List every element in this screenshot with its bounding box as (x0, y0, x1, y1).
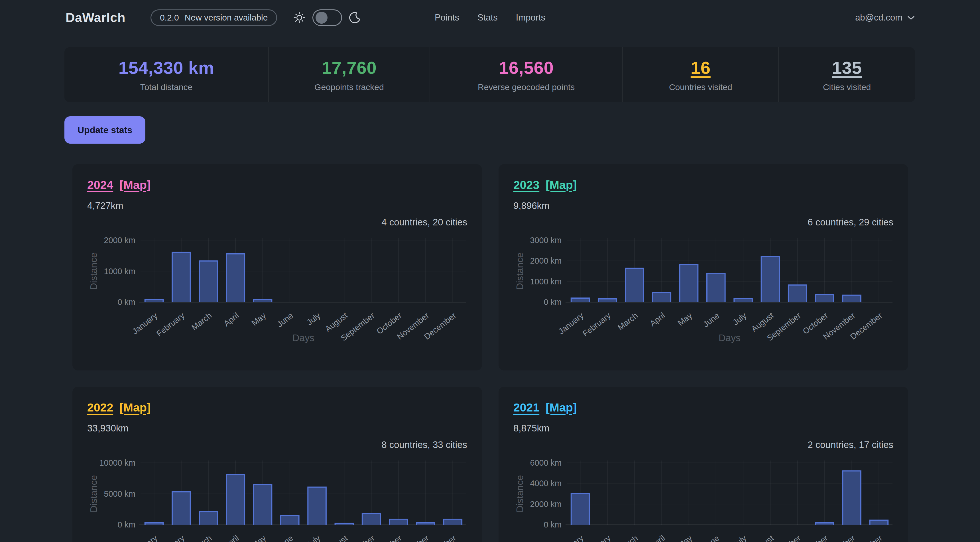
year-distance: 8,875km (513, 423, 893, 434)
svg-text:March: March (190, 311, 213, 332)
svg-text:June: June (275, 534, 295, 542)
year-distance: 9,896km (513, 200, 893, 211)
svg-text:Distance: Distance (88, 253, 99, 290)
svg-text:Distance: Distance (514, 253, 525, 290)
svg-text:March: March (616, 311, 640, 332)
svg-text:0 km: 0 km (544, 297, 562, 307)
chevron-down-icon (907, 15, 915, 20)
toggle-knob (315, 12, 328, 24)
year-link[interactable]: 2023 (513, 178, 539, 192)
moon-icon (349, 12, 361, 24)
year-link[interactable]: 2022 (87, 401, 113, 414)
year-card: 2022 [Map] 33,930km 8 countries, 33 citi… (72, 387, 482, 542)
year-summary: 8 countries, 33 cities (87, 439, 467, 450)
svg-text:January: January (130, 311, 159, 336)
svg-text:1000 km: 1000 km (530, 277, 562, 286)
svg-text:May: May (676, 533, 694, 542)
year-summary: 6 countries, 29 cities (513, 217, 893, 228)
year-card-title: 2024 [Map] (87, 178, 467, 192)
svg-text:10000 km: 10000 km (99, 458, 135, 467)
theme-switcher (293, 10, 361, 26)
svg-text:July: July (731, 311, 749, 327)
year-card-title: 2022 [Map] (87, 401, 467, 414)
year-card: 2023 [Map] 9,896km 6 countries, 29 citie… (498, 164, 908, 370)
map-link[interactable]: [Map] (546, 401, 577, 414)
svg-text:March: March (616, 534, 640, 542)
update-stats-button[interactable]: Update stats (64, 116, 145, 144)
svg-text:February: February (155, 311, 186, 338)
monthly-distance-chart: 0 km2000 km4000 km6000 kmJanuaryFebruary… (513, 453, 893, 542)
year-card: 2021 [Map] 8,875km 2 countries, 17 citie… (498, 387, 908, 542)
year-cards-grid: 2024 [Map] 4,727km 4 countries, 20 citie… (72, 164, 908, 542)
version-message: New version available (185, 13, 268, 22)
svg-text:July: July (731, 533, 749, 542)
stat-label: Geopoints tracked (314, 83, 384, 92)
nav-item-imports[interactable]: Imports (516, 13, 545, 23)
stat-geopoints-tracked: 17,760Geopoints tracked (268, 47, 430, 102)
theme-toggle[interactable] (312, 10, 342, 26)
sun-icon (293, 11, 305, 24)
map-link[interactable]: [Map] (546, 178, 577, 192)
svg-text:August: August (750, 534, 775, 542)
svg-text:June: June (275, 311, 295, 329)
svg-text:February: February (581, 533, 612, 542)
svg-text:May: May (250, 533, 268, 542)
nav-item-stats[interactable]: Stats (477, 13, 498, 23)
svg-text:October: October (375, 533, 404, 542)
svg-text:February: February (581, 311, 612, 338)
svg-text:Days: Days (719, 332, 741, 343)
stat-value: 17,760 (322, 57, 377, 78)
svg-text:March: March (190, 534, 213, 542)
stat-label: Total distance (140, 83, 192, 92)
stat-label: Reverse geocoded points (478, 83, 575, 92)
stat-reverse-geocoded-points: 16,560Reverse geocoded points (430, 47, 622, 102)
svg-text:July: July (305, 311, 322, 327)
nav-item-points[interactable]: Points (435, 13, 459, 23)
stat-value[interactable]: 135 (832, 57, 862, 78)
year-card-title: 2023 [Map] (513, 178, 893, 192)
svg-text:August: August (323, 534, 349, 542)
year-card-title: 2021 [Map] (513, 401, 893, 414)
svg-text:January: January (130, 533, 159, 542)
stat-value[interactable]: 16 (690, 57, 711, 78)
svg-text:2000 km: 2000 km (530, 499, 562, 509)
map-link[interactable]: [Map] (119, 178, 151, 192)
map-link[interactable]: [Map] (119, 401, 151, 414)
svg-text:5000 km: 5000 km (104, 489, 135, 498)
version-badge[interactable]: 0.2.0 New version available (151, 10, 277, 26)
svg-text:July: July (305, 533, 322, 542)
year-distance: 33,930km (87, 423, 467, 434)
year-link[interactable]: 2021 (513, 401, 539, 414)
year-card: 2024 [Map] 4,727km 4 countries, 20 citie… (72, 164, 482, 370)
app-logo: DaWarIch (65, 10, 126, 25)
monthly-distance-chart: 0 km1000 km2000 kmJanuaryFebruaryMarchAp… (87, 230, 467, 346)
svg-text:0 km: 0 km (118, 297, 135, 307)
svg-text:April: April (648, 311, 667, 328)
year-link[interactable]: 2024 (87, 178, 113, 192)
stat-value: 154,330 km (118, 57, 214, 78)
svg-text:Days: Days (293, 332, 314, 343)
svg-text:May: May (676, 311, 694, 327)
svg-text:Distance: Distance (88, 475, 99, 512)
svg-text:3000 km: 3000 km (530, 236, 562, 245)
svg-text:2000 km: 2000 km (104, 236, 135, 245)
svg-text:May: May (250, 311, 268, 327)
svg-text:April: April (222, 534, 240, 542)
year-distance: 4,727km (87, 200, 467, 211)
stat-countries-visited: 16Countries visited (622, 47, 778, 102)
stat-label: Cities visited (823, 83, 871, 92)
svg-text:0 km: 0 km (544, 520, 562, 529)
stat-cities-visited: 135Cities visited (778, 47, 915, 102)
svg-text:January: January (557, 533, 585, 542)
svg-text:1000 km: 1000 km (104, 267, 135, 276)
app-header: DaWarIch 0.2.0 New version available Poi… (0, 0, 980, 35)
svg-text:0 km: 0 km (118, 520, 135, 529)
user-menu[interactable]: ab@cd.com (855, 13, 915, 23)
svg-text:April: April (222, 311, 240, 328)
version-number: 0.2.0 (160, 13, 179, 22)
stat-value: 16,560 (499, 57, 554, 78)
svg-text:June: June (701, 311, 721, 329)
svg-text:6000 km: 6000 km (530, 458, 562, 467)
svg-text:January: January (557, 311, 585, 336)
svg-text:June: June (701, 534, 721, 542)
